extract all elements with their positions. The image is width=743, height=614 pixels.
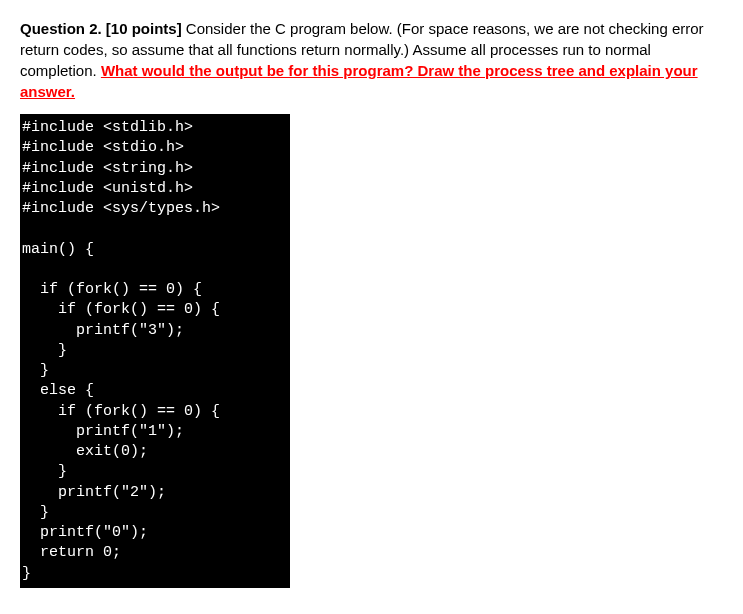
code-line: #include <unistd.h> bbox=[22, 180, 193, 197]
code-line: return 0; bbox=[22, 544, 121, 561]
question-highlight: What would the output be for this progra… bbox=[20, 62, 698, 100]
code-line: } bbox=[22, 463, 67, 480]
code-line: printf("2"); bbox=[22, 484, 166, 501]
code-line: if (fork() == 0) { bbox=[22, 403, 220, 420]
code-line: main() { bbox=[22, 241, 94, 258]
code-block: #include <stdlib.h> #include <stdio.h> #… bbox=[20, 114, 290, 588]
code-line: printf("3"); bbox=[22, 322, 184, 339]
question-header: Question 2. [10 points] Consider the C p… bbox=[20, 18, 723, 102]
question-label: Question 2. [10 points] bbox=[20, 20, 182, 37]
code-line: #include <stdio.h> bbox=[22, 139, 184, 156]
code-line: } bbox=[22, 504, 49, 521]
code-line: #include <stdlib.h> bbox=[22, 119, 193, 136]
code-line: exit(0); bbox=[22, 443, 148, 460]
code-line: #include <sys/types.h> bbox=[22, 200, 220, 217]
code-line: } bbox=[22, 362, 49, 379]
code-line: } bbox=[22, 565, 31, 582]
code-line: if (fork() == 0) { bbox=[22, 301, 220, 318]
code-line: if (fork() == 0) { bbox=[22, 281, 202, 298]
code-line: } bbox=[22, 342, 67, 359]
code-line: printf("1"); bbox=[22, 423, 184, 440]
code-line: #include <string.h> bbox=[22, 160, 193, 177]
code-line: printf("0"); bbox=[22, 524, 148, 541]
code-line: else { bbox=[22, 382, 94, 399]
